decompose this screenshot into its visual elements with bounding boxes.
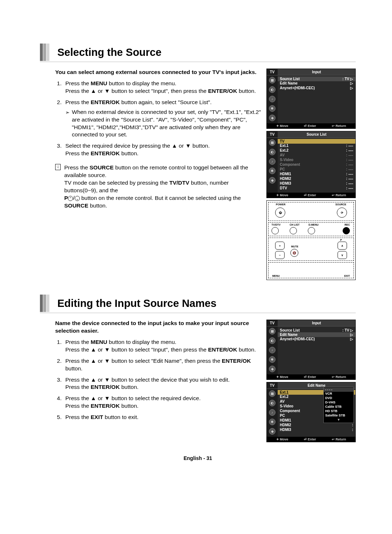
- osd-nav-icon: ✱: [269, 419, 275, 425]
- osd-row-label: Ext.1: [280, 390, 289, 394]
- s1-step2: Press the ENTER/OK button again, to sele…: [63, 99, 263, 139]
- remote-label: MUTE: [291, 245, 298, 248]
- osd-row-label: HDMI3: [280, 181, 291, 185]
- osd-row-label: Source List: [280, 77, 299, 81]
- remote-button: [271, 227, 279, 234]
- osd-nav-icon: ◆: [269, 366, 275, 372]
- osd-row: Edit Name ▷: [280, 81, 353, 86]
- txt: Press the: [65, 414, 91, 420]
- osd-row: DTV: ----: [280, 186, 353, 190]
- osd-source-list: TV Source List ▦ ◐ ♪ ✱ ◆ TVExt.1: ----Ex…: [266, 131, 356, 198]
- s2-step2: Press the ▲ or ▼ button to select "Edit …: [63, 357, 263, 373]
- osd-row-value: : ----: [346, 163, 353, 167]
- remote-label: REC: [344, 223, 350, 226]
- osd-tv-label: TV: [267, 320, 278, 326]
- popup-item: Cable STB: [325, 404, 352, 409]
- osd-footer-move: ✦ Move: [276, 124, 289, 128]
- up-circle-icon: ⌃: [68, 196, 73, 201]
- osd-row-label: DTV: [280, 186, 287, 190]
- txt: button again, to select "Source List".: [120, 99, 212, 105]
- mute-button-icon: 🔇: [290, 249, 298, 257]
- osd-row: Anynet+(HDMI-CEC) ▷: [280, 337, 353, 341]
- osd-nav-icon: ◐: [269, 337, 275, 344]
- rec-button-icon: [343, 227, 350, 234]
- osd-tv-label: TV: [267, 69, 278, 75]
- osd-nav-icon: ◐: [269, 400, 275, 406]
- note-icon: ➣: [65, 109, 70, 116]
- device-name-popup: - - - -VCRDVDD-VHSCable STBHD STBSatelli…: [323, 387, 354, 423]
- osd-row-label: Ext.2: [280, 148, 289, 152]
- bold: ENTER/OK: [222, 358, 251, 364]
- section1-heading: Selecting the Source: [57, 46, 162, 58]
- section2-intro: Name the device connected to the input j…: [55, 320, 263, 335]
- osd-row-label: S-Video: [280, 404, 293, 408]
- osd-row-value: :: [352, 423, 353, 427]
- popup-item: VCR: [325, 391, 352, 396]
- down-circle-icon: ⌄: [75, 196, 80, 201]
- remote-label-source: SOURCE: [335, 203, 346, 206]
- remote-label: P: [340, 239, 342, 241]
- page-footer: English - 31: [40, 455, 356, 461]
- txt: button.: [88, 202, 107, 209]
- bold: P: [64, 195, 68, 201]
- osd-footer-return: ↩ Return: [332, 375, 346, 379]
- osd-row-label: Anynet+(HDMI-CEC): [280, 337, 315, 341]
- remote-control-diagram: POWER SOURCE ⏻ ⟳ TV/DTV CH LIST D.MENU R…: [266, 200, 356, 280]
- osd-nav-icon: ▦: [269, 139, 275, 146]
- osd-nav-icon: ✱: [269, 356, 275, 363]
- osd-row: HDMI2: ----: [280, 176, 353, 181]
- bold: ENTER/OK: [208, 88, 237, 94]
- section2-heading: Editing the Input Source Names: [57, 297, 216, 309]
- s2-step5: Press the EXIT button to exit.: [63, 414, 263, 421]
- osd-row: Ext.1: ----: [280, 143, 353, 148]
- osd-row-label: Anynet+(HDMI-CEC): [280, 86, 315, 90]
- bold: ENTER/OK: [91, 403, 120, 409]
- osd-tv-label: TV: [267, 131, 278, 137]
- osd-row-label: Edit Name: [280, 333, 298, 337]
- osd-row: AV: ----: [280, 153, 353, 157]
- osd-row-label: TV: [280, 139, 285, 143]
- s2-step1: Press the MENU button to display the men…: [63, 338, 263, 354]
- bold: EXIT: [91, 414, 103, 420]
- txt: button to exit.: [103, 414, 138, 420]
- popup-item: ▼: [325, 418, 352, 422]
- osd-row-value: : ----: [346, 186, 353, 190]
- osd-input-menu: TV Input ▦ ◐ ♪ ✱ ◆ Source List: TV ▷Edit…: [266, 69, 356, 129]
- txt: Press the: [64, 164, 90, 171]
- osd-row-value: : ----: [346, 153, 353, 157]
- osd-row: S-Video: ----: [280, 157, 353, 162]
- osd-input-menu-2: TV Input ▦ ◐ ♪ ✱ ◆ Source List: TV ▷Edit…: [266, 320, 356, 380]
- osd-row-label: Component: [280, 409, 300, 413]
- osd-row-label: S-Video: [280, 158, 293, 162]
- osd-row-label: Component: [280, 163, 300, 167]
- remote-label: TV/DTV: [271, 223, 281, 226]
- remote-label: D.MENU: [309, 223, 319, 226]
- s1-note2: When no external device is connected to …: [72, 108, 263, 139]
- osd-nav-icon: ▦: [269, 390, 275, 397]
- osd-row-label: HDMI3: [280, 428, 291, 432]
- bold: SOURCE: [64, 202, 88, 209]
- remote-label: MENU: [272, 275, 280, 277]
- osd-nav-icon: ◆: [269, 428, 275, 435]
- osd-footer-return: ↩ Return: [332, 193, 346, 197]
- osd-nav-icon: ✱: [269, 168, 275, 174]
- bold: ENTER/OK: [91, 150, 120, 156]
- channel-up-icon: ∧: [338, 242, 347, 250]
- osd-footer-move: ✦ Move: [276, 193, 289, 197]
- osd-title: Source List: [278, 131, 355, 137]
- s1-step1: Press the MENU button to display the men…: [63, 80, 263, 95]
- bold: ENTER/OK: [91, 99, 120, 105]
- txt: Press the: [65, 339, 91, 345]
- osd-row-value: ▷: [350, 81, 353, 85]
- osd-nav-icon: ▦: [269, 328, 275, 334]
- osd-row: HDMI3:: [280, 427, 353, 432]
- osd-row-value: : ----: [346, 158, 353, 162]
- bold: MENU: [91, 80, 107, 86]
- osd-nav-icon: ◐: [269, 149, 275, 155]
- remote-button: [308, 227, 315, 234]
- osd-nav-icon: ✱: [269, 105, 275, 112]
- bold: TV/DTV: [170, 180, 189, 186]
- osd-row-label: Ext.1: [280, 144, 289, 148]
- osd-footer-move: ✦ Move: [276, 375, 289, 379]
- osd-title: Input: [278, 320, 355, 326]
